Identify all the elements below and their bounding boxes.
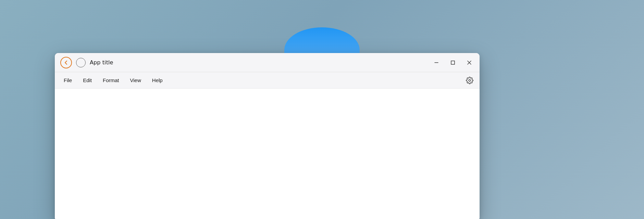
title-bar-left: App title	[60, 57, 432, 68]
content-area	[55, 89, 480, 219]
menu-bar: File Edit Format View Help	[55, 72, 480, 89]
close-button[interactable]	[465, 58, 474, 67]
svg-rect-1	[451, 61, 455, 64]
title-bar: App title	[55, 53, 480, 72]
menu-bar-left: File Edit Format View Help	[59, 75, 464, 85]
menu-item-edit[interactable]: Edit	[78, 75, 97, 85]
title-bar-controls	[432, 58, 474, 67]
minimize-button[interactable]	[432, 58, 441, 67]
app-title: App title	[90, 59, 113, 66]
settings-button[interactable]	[464, 75, 475, 86]
circle-button[interactable]	[76, 58, 86, 67]
back-button[interactable]	[60, 57, 72, 68]
menu-item-help[interactable]: Help	[147, 75, 168, 85]
maximize-button[interactable]	[448, 58, 458, 67]
gear-icon	[466, 77, 473, 84]
menu-item-file[interactable]: File	[59, 75, 77, 85]
app-window: App title File Edi	[55, 53, 480, 219]
menu-item-view[interactable]: View	[125, 75, 146, 85]
svg-point-4	[469, 79, 471, 81]
menu-item-format[interactable]: Format	[98, 75, 124, 85]
